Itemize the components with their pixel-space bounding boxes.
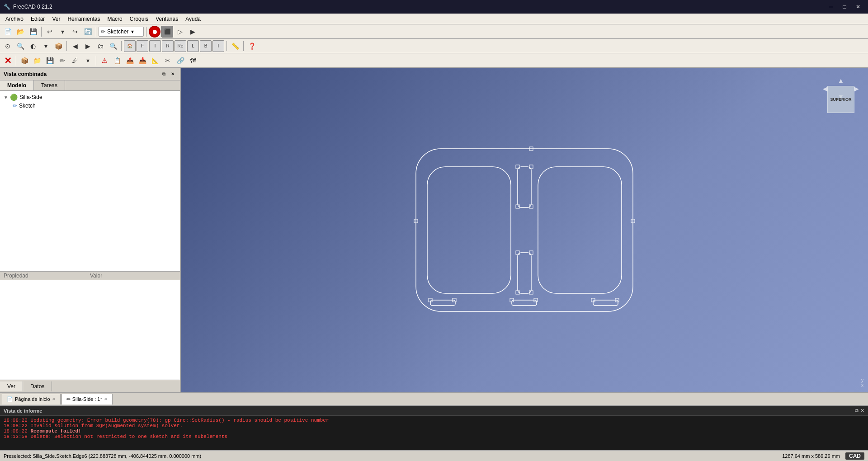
measure-button[interactable]: 📏	[229, 40, 241, 52]
front-view-button[interactable]: F	[137, 40, 148, 52]
report-float-button[interactable]: ⧉	[855, 408, 859, 414]
left-view-button[interactable]: L	[187, 40, 199, 52]
sketch-attach2-button[interactable]: 📤	[124, 55, 136, 66]
nav-right-arrow[interactable]: ▶	[854, 85, 859, 92]
title-bar: 🔧 FreeCAD 0.21.2 ─ □ ✕	[0, 0, 868, 14]
sketch-edit3-arrow[interactable]: ▾	[82, 55, 94, 66]
title-left: 🔧 FreeCAD 0.21.2	[4, 4, 52, 10]
save-button[interactable]: 💾	[27, 26, 39, 38]
iso-view-button[interactable]: I	[212, 40, 224, 52]
panel-close-button[interactable]: ✕	[169, 71, 176, 78]
bottom-tab-datos[interactable]: Datos	[23, 381, 52, 391]
toolbar-view: ⊙ 🔍 ◐ ▾ 📦 ◀ ▶ 🗂 🔍 🏠 F T R Re L B I 📏 ❓	[0, 39, 868, 53]
log-msg-1: Updating geometry: Error build geometry(…	[30, 418, 329, 423]
panel-bottom-tabs: Ver Datos	[0, 380, 180, 392]
help-view-button[interactable]: ❓	[246, 40, 258, 52]
menu-croquis[interactable]: Croquis	[126, 15, 152, 23]
attach-button[interactable]: 📦	[19, 55, 30, 66]
redo-button[interactable]: ↪	[69, 26, 81, 38]
log-msg-4: Delete: Selection not restricted to one …	[30, 434, 227, 439]
sketch-create-button[interactable]: 📐	[149, 55, 161, 66]
folder-button[interactable]: 📁	[31, 55, 43, 66]
tab-silla-close[interactable]: ✕	[104, 397, 108, 401]
report-close-button[interactable]: ✕	[860, 408, 864, 414]
workbench-dropdown[interactable]: ✏ Sketcher ▾	[99, 27, 144, 37]
axis-x: x	[861, 383, 863, 388]
play-button[interactable]: ▶	[187, 26, 198, 38]
sketch-split-button[interactable]: 🔗	[175, 55, 186, 66]
panel-header: Vista combinada ⧉ ✕	[0, 68, 180, 80]
right-view-button[interactable]: R	[162, 40, 174, 52]
tree-root-item[interactable]: ▼ 🟢 Silla-Side	[2, 93, 178, 102]
bottom-view-button[interactable]: B	[200, 40, 212, 52]
menu-herramientas[interactable]: Herramientas	[64, 15, 104, 23]
bottom-tab-ver[interactable]: Ver	[0, 381, 23, 391]
home-view-button[interactable]: 🏠	[124, 40, 136, 52]
std-views-button[interactable]: 🗂	[94, 40, 106, 52]
left-panel: Vista combinada ⧉ ✕ Modelo Tareas ▼ 🟢 Si…	[0, 68, 181, 392]
sketch-edit-button[interactable]: ✏	[57, 55, 68, 66]
top-view-button[interactable]: T	[149, 40, 161, 52]
sketch-merge-button[interactable]: 🗺	[187, 55, 199, 66]
refresh-button[interactable]: 🔄	[82, 26, 94, 38]
report-content: 18:08:22 Updating geometry: Error build …	[0, 416, 868, 450]
fit-all-button[interactable]: ⊙	[2, 40, 14, 52]
prop-col1: Propiedad	[4, 273, 90, 279]
draw-style-button[interactable]: ◐	[27, 40, 39, 52]
prop-header: Propiedad Valor	[0, 272, 180, 280]
tab-silla[interactable]: ✏ Silla-Side : 1* ✕	[61, 394, 113, 405]
menu-editar[interactable]: Editar	[27, 15, 48, 23]
nav-cube[interactable]: ▲ ◀ SUPERIOR ▶ ▼	[823, 77, 859, 113]
panel-controls: ⧉ ✕	[160, 71, 176, 78]
menu-ver[interactable]: Ver	[48, 15, 64, 23]
panel-float-button[interactable]: ⧉	[160, 71, 167, 78]
sketch-validate-button[interactable]: ⚠	[99, 55, 110, 66]
back-view-button[interactable]: ◀	[69, 40, 81, 52]
status-right: 1287,64 mm x 589,26 mm CAD	[782, 452, 864, 460]
close-button[interactable]: ✕	[852, 2, 864, 11]
sketch-mirror-button[interactable]: 📋	[111, 55, 123, 66]
open-file-button[interactable]: 📂	[14, 26, 26, 38]
undo-button[interactable]: ↩	[44, 26, 56, 38]
sketch-convert-button[interactable]: ✂	[162, 55, 174, 66]
draw-style-arrow[interactable]: ▾	[40, 40, 52, 52]
sketch-edit2-button[interactable]: 🖊	[69, 55, 81, 66]
zoom-button[interactable]: 🔍	[107, 40, 119, 52]
tab-tareas[interactable]: Tareas	[34, 80, 65, 90]
shape-button[interactable]: ▷	[174, 26, 186, 38]
tab-inicio-close[interactable]: ✕	[52, 397, 56, 401]
left-inner-shape	[427, 167, 511, 293]
nav-up-arrow[interactable]: ▲	[838, 77, 844, 84]
rear-view-button[interactable]: Re	[175, 40, 186, 52]
tab-inicio[interactable]: 📄 Página de inicio ✕	[2, 394, 61, 405]
fit-selection-button[interactable]: 🔍	[14, 40, 26, 52]
canvas-area[interactable]: ▲ ◀ SUPERIOR ▶ ▼ y x	[181, 68, 868, 392]
menu-ayuda[interactable]: Ayuda	[182, 15, 204, 23]
maximize-button[interactable]: □	[838, 2, 851, 11]
axis-y: y	[861, 378, 863, 383]
menu-archivo[interactable]: Archivo	[2, 15, 27, 23]
cad-badge[interactable]: CAD	[845, 452, 864, 460]
new-file-button[interactable]: 📄	[2, 26, 14, 38]
nav-cube-face[interactable]: SUPERIOR	[827, 86, 854, 113]
right-inner-shape	[538, 167, 622, 293]
sketch-carbon-button[interactable]: 📥	[137, 55, 148, 66]
menu-ventanas[interactable]: Ventanas	[152, 15, 182, 23]
undo-arrow[interactable]: ▾	[57, 26, 68, 38]
center-bottom-connector	[518, 253, 531, 293]
tab-modelo[interactable]: Modelo	[0, 80, 34, 90]
sketch-svg	[402, 140, 646, 320]
close-sketch-button[interactable]: ✕	[2, 55, 14, 66]
forward-view-button[interactable]: ▶	[82, 40, 94, 52]
panel-title: Vista combinada	[4, 71, 47, 77]
tree-sketch-item[interactable]: ✏ Sketch	[11, 102, 178, 110]
stereo-button[interactable]: 📦	[52, 40, 64, 52]
log-line-3: 18:08:22 Recompute failed!	[4, 428, 864, 434]
menu-macro[interactable]: Macro	[104, 15, 126, 23]
square-button[interactable]: ⬛	[161, 26, 173, 38]
sep5	[121, 41, 122, 51]
sketch-save-button[interactable]: 💾	[44, 55, 56, 66]
sep1	[41, 27, 42, 37]
minimize-button[interactable]: ─	[825, 2, 837, 11]
stop-button[interactable]: ⏺	[149, 26, 160, 38]
